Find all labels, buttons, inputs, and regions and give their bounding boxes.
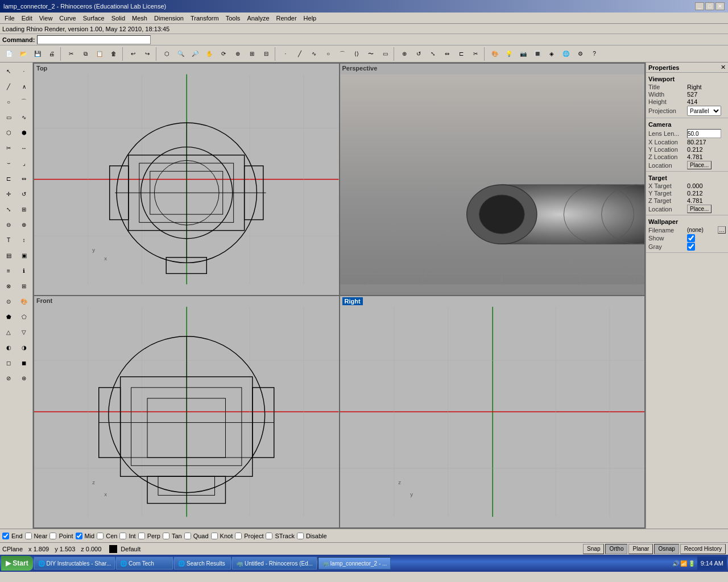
viewport-right-canvas[interactable]: z y	[340, 296, 645, 527]
ortho-button[interactable]: Ortho	[605, 544, 627, 554]
viewport-front-canvas[interactable]: z x	[34, 296, 339, 527]
menu-help[interactable]: Help	[300, 14, 320, 23]
tb-pan[interactable]: ✋	[202, 47, 216, 61]
sb-polyline-btn[interactable]: ∧	[16, 79, 31, 94]
taskbar-btn-0[interactable]: 🌐 DIY Instructables - Shar...	[34, 557, 115, 569]
sb-circle-btn[interactable]: ○	[1, 94, 16, 109]
sb-btn-21b[interactable]: ⊛	[16, 371, 31, 385]
sb-btn-19b[interactable]: ◑	[16, 340, 31, 355]
tb-line[interactable]: ╱	[293, 47, 307, 61]
sb-render-btn[interactable]: 🎨	[16, 294, 31, 309]
sb-text-btn[interactable]: T	[1, 232, 16, 247]
tb-circle[interactable]: ○	[321, 47, 335, 61]
tb-light[interactable]: 💡	[502, 47, 516, 61]
tb-save[interactable]: 💾	[31, 47, 44, 61]
tb-open[interactable]: 📂	[16, 47, 30, 61]
tb-zoom-selected[interactable]: ⊕	[231, 47, 245, 61]
tb-freeform[interactable]: 〜	[364, 47, 378, 61]
snap-strack-cb[interactable]	[266, 533, 272, 539]
sb-scale-btn[interactable]: ⤡	[1, 202, 16, 217]
prop-gray-checkbox[interactable]	[687, 243, 695, 251]
sb-fillet-btn[interactable]: ⌣	[1, 156, 16, 171]
sb-btn-20a[interactable]: ◻	[1, 355, 16, 370]
start-button[interactable]: ▶ Start	[1, 556, 33, 571]
snap-near-cb[interactable]	[25, 533, 32, 539]
viewport-top-canvas[interactable]: y x	[34, 64, 339, 295]
sb-solid-btn[interactable]: ⬢	[16, 125, 31, 140]
tb-redo[interactable]: ↪	[140, 47, 154, 61]
sb-offset-btn[interactable]: ⊏	[1, 171, 16, 186]
sb-array-btn[interactable]: ⊞	[16, 202, 31, 217]
tb-delete[interactable]: 🗑	[107, 47, 121, 61]
menu-file[interactable]: File	[1, 14, 18, 23]
menu-transform[interactable]: Transform	[187, 14, 222, 23]
viewport-front[interactable]: Front	[34, 296, 340, 528]
menu-dimension[interactable]: Dimension	[151, 14, 187, 23]
sb-layer-btn[interactable]: ≡	[1, 263, 16, 278]
tb-paste[interactable]: 📋	[93, 47, 106, 61]
sb-btn-20b[interactable]: ◼	[16, 355, 31, 370]
sb-group-btn[interactable]: ▣	[16, 248, 31, 263]
snap-perp-cb[interactable]	[138, 533, 145, 539]
sb-join-btn[interactable]: ⊕	[16, 217, 31, 232]
sb-btn-17a[interactable]: ⬟	[1, 309, 16, 324]
snap-mid-cb[interactable]	[76, 533, 82, 539]
tb-offset[interactable]: ⊏	[454, 47, 468, 61]
sb-chamfer-btn[interactable]: ⌟	[16, 156, 31, 171]
sb-surface-btn[interactable]: ⬡	[1, 125, 16, 140]
tb-zoom-all[interactable]: ⊞	[245, 47, 259, 61]
snap-quad-cb[interactable]	[184, 533, 191, 539]
tb-move[interactable]: ⊕	[398, 47, 411, 61]
sb-analyze-btn[interactable]: ⊙	[1, 294, 16, 309]
sb-snap-btn[interactable]: ⊗	[1, 278, 16, 293]
snap-tan-cb[interactable]	[163, 533, 169, 539]
menu-mesh[interactable]: Mesh	[129, 14, 151, 23]
prop-target-place-btn[interactable]: Place...	[687, 205, 712, 213]
sb-mirror-btn[interactable]: ⇔	[16, 171, 31, 186]
sb-move-btn[interactable]: ✛	[1, 186, 16, 201]
snap-disable-cb[interactable]	[297, 533, 304, 539]
prop-cam-place-btn[interactable]: Place...	[687, 161, 712, 169]
sb-rotate-btn[interactable]: ↺	[16, 186, 31, 201]
sb-grid-btn[interactable]: ⊞	[16, 278, 31, 293]
menu-render[interactable]: Render	[273, 14, 300, 23]
tb-material[interactable]: ◈	[545, 47, 559, 61]
tb-zoom-in[interactable]: 🔍	[174, 47, 188, 61]
taskbar-btn-2[interactable]: 🌐 Search Results	[174, 557, 231, 569]
tb-select[interactable]: ⬡	[160, 47, 173, 61]
tb-zoom-extent[interactable]: ⊟	[259, 47, 273, 61]
tb-undo[interactable]: ↩	[126, 47, 140, 61]
sb-boolean-btn[interactable]: ⊖	[1, 217, 16, 232]
menu-curve[interactable]: Curve	[56, 14, 79, 23]
sb-properties-btn[interactable]: ℹ	[16, 263, 31, 278]
maximize-button[interactable]: □	[705, 2, 714, 10]
snap-button[interactable]: Snap	[583, 544, 604, 554]
tb-new[interactable]: 📄	[2, 47, 16, 61]
tb-copy[interactable]: ⧉	[78, 47, 92, 61]
tb-help[interactable]: ?	[588, 47, 601, 61]
menu-view[interactable]: View	[36, 14, 56, 23]
menu-edit[interactable]: Edit	[18, 14, 36, 23]
close-button[interactable]: ✕	[715, 2, 725, 10]
taskbar-btn-1[interactable]: 🌐 Com Tech	[116, 557, 173, 569]
tb-polyline[interactable]: ⟨⟩	[350, 47, 363, 61]
viewport-top[interactable]: Top	[34, 63, 340, 296]
osnap-button[interactable]: Osnap	[654, 544, 679, 554]
viewport-right[interactable]: Right	[340, 296, 646, 528]
menu-analyze[interactable]: Analyze	[243, 14, 272, 23]
sb-btn-21a[interactable]: ⊘	[1, 371, 16, 385]
sb-trim-btn[interactable]: ✂	[1, 140, 16, 155]
sb-arc-btn[interactable]: ⌒	[16, 94, 31, 109]
tb-surface[interactable]: ▭	[378, 47, 392, 61]
viewport-perspective[interactable]: Perspective	[340, 63, 646, 296]
sb-line-btn[interactable]: ╱	[1, 79, 16, 94]
sb-hatch-btn[interactable]: ▤	[1, 248, 16, 263]
sb-btn-18b[interactable]: ▽	[16, 325, 31, 339]
tb-rotate[interactable]: ⟳	[217, 47, 230, 61]
taskbar-btn-3[interactable]: 🦏 Untitled - Rhinoceros (Ed...	[232, 557, 317, 569]
sb-curve-btn[interactable]: ∿	[16, 110, 31, 124]
tb-zoom-out[interactable]: 🔎	[188, 47, 202, 61]
sb-dim-btn[interactable]: ↕	[16, 232, 31, 247]
sb-btn-19a[interactable]: ◐	[1, 340, 16, 355]
sb-point-btn[interactable]: ·	[16, 64, 31, 78]
